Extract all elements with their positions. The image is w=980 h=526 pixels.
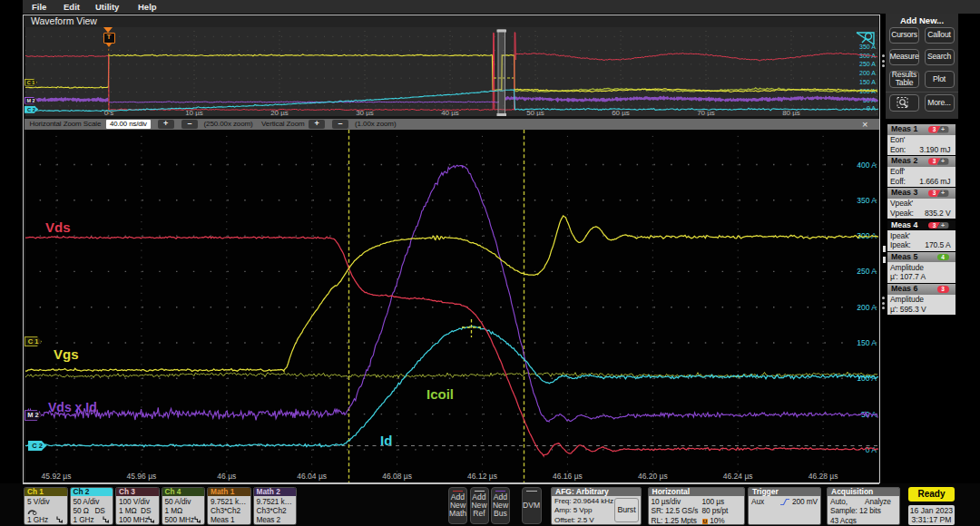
svg-text:350 A: 350 A	[857, 196, 877, 205]
svg-text:46.12 µs: 46.12 µs	[467, 472, 497, 481]
svg-text:45.92 µs: 45.92 µs	[42, 472, 72, 481]
svg-text:46.16 µs: 46.16 µs	[553, 472, 583, 481]
svg-text:10 µs: 10 µs	[185, 109, 203, 117]
svg-text:60 µs: 60 µs	[612, 109, 630, 117]
svg-text:45.96 µs: 45.96 µs	[127, 472, 157, 481]
svg-text:Icoil: Icoil	[426, 386, 454, 402]
svg-text:40 µs: 40 µs	[441, 109, 459, 117]
svg-text:Vds: Vds	[45, 219, 71, 235]
svg-text:80 µs: 80 µs	[782, 109, 800, 117]
svg-text:250 A: 250 A	[857, 267, 877, 276]
svg-text:46.28 µs: 46.28 µs	[808, 472, 838, 481]
svg-text:Id: Id	[380, 433, 392, 448]
svg-text:20 µs: 20 µs	[270, 109, 289, 117]
svg-text:200 A: 200 A	[859, 70, 876, 76]
svg-text:50 µs: 50 µs	[526, 109, 544, 117]
svg-text:46.08 µs: 46.08 µs	[382, 472, 412, 481]
svg-text:46 µs: 46 µs	[217, 472, 236, 481]
svg-text:70 µs: 70 µs	[697, 109, 715, 117]
svg-text:Vds x Id: Vds x Id	[48, 400, 97, 414]
svg-text:46.24 µs: 46.24 µs	[723, 472, 753, 481]
svg-text:150 A: 150 A	[857, 338, 877, 347]
svg-text:150 A: 150 A	[859, 79, 876, 85]
svg-text:46.20 µs: 46.20 µs	[638, 472, 668, 481]
svg-text:250 A: 250 A	[859, 61, 876, 67]
svg-text:30 µs: 30 µs	[356, 109, 374, 117]
svg-text:Vgs: Vgs	[54, 346, 79, 362]
svg-text:0 s: 0 s	[104, 109, 114, 117]
svg-text:200 A: 200 A	[857, 303, 877, 312]
svg-text:400 A: 400 A	[857, 161, 877, 170]
svg-text:46.04 µs: 46.04 µs	[297, 472, 327, 481]
